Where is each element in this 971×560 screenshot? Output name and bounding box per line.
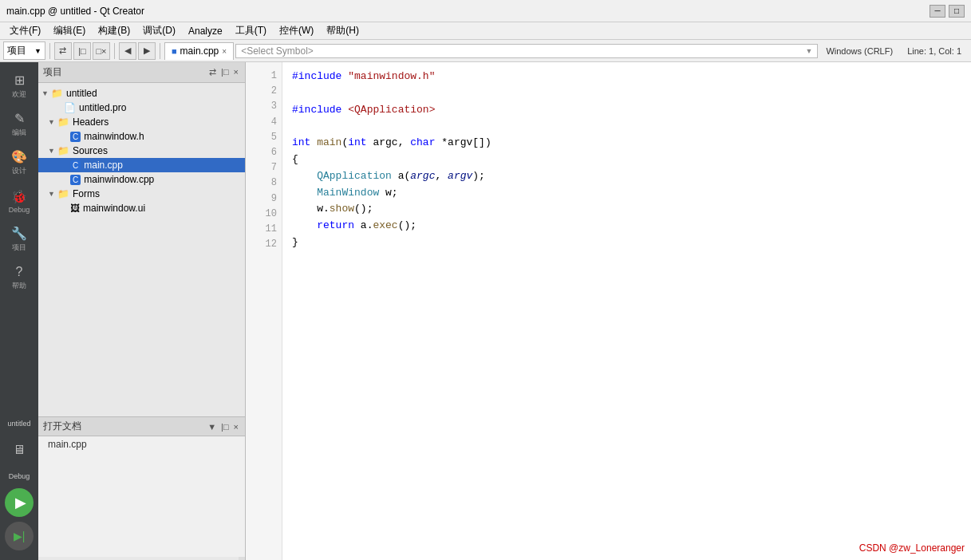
step-button[interactable]: ▶| <box>5 522 34 550</box>
run-button[interactable]: ▶ <box>5 488 34 517</box>
open-doc-item-main-cpp[interactable]: main.cpp <box>38 436 245 452</box>
toolbar-forward-btn[interactable]: ▶ <box>138 42 156 60</box>
left-activity-bar: ⊞ 欢迎 ✎ 编辑 🎨 设计 🐞 Debug 🔧 项目 ? 帮助 <box>0 62 38 560</box>
encoding-label: Windows (CRLF) <box>819 46 899 56</box>
sidebar-icon-edit[interactable]: ✎ 编辑 <box>2 107 37 142</box>
title-bar: main.cpp @ untitled - Qt Creator ─ □ <box>0 0 971 22</box>
menu-tools[interactable]: 工具(T) <box>229 22 273 39</box>
symbol-selector[interactable]: <Select Symbol> ▼ <box>235 44 818 58</box>
watermark: CSDN @zw_Loneranger <box>859 542 965 554</box>
tree-item-main-cpp[interactable]: C main.cpp <box>38 158 245 172</box>
scrollbar-right[interactable] <box>239 557 245 560</box>
panel-btn-close[interactable]: × <box>232 66 240 78</box>
code-editor[interactable]: 1 2 3 4 5 6 7 8 9 10 11 12 #include "mai… <box>246 62 971 560</box>
window-controls: ─ □ <box>930 5 965 18</box>
project-panel-header: 项目 ⇄ |□ × <box>38 62 245 83</box>
maximize-btn[interactable]: □ <box>949 5 965 18</box>
sidebar-icon-project[interactable]: 🔧 项目 <box>2 222 37 257</box>
sidebar-icon-help[interactable]: ? 帮助 <box>2 260 37 295</box>
debug-monitor-icon[interactable]: 🖥 <box>2 432 37 467</box>
menu-build[interactable]: 构建(B) <box>92 22 136 39</box>
open-docs-btn-menu[interactable]: ▼ <box>206 421 218 432</box>
open-docs-btn-close[interactable]: × <box>232 421 240 432</box>
tree-item-untitled-pro[interactable]: 📄 untitled.pro <box>38 101 245 115</box>
tree-item-untitled[interactable]: ▼ 📁 untitled <box>38 86 245 101</box>
toolbar-back-btn[interactable]: ◀ <box>119 42 136 60</box>
debug-project-label: untitled <box>7 420 30 428</box>
toolbar-sep-1 <box>49 43 50 59</box>
symbol-placeholder: <Select Symbol> <box>241 45 314 57</box>
open-docs-header: 打开文档 ▼ |□ × <box>38 417 245 436</box>
content-area: ⊞ 欢迎 ✎ 编辑 🎨 设计 🐞 Debug 🔧 项目 ? 帮助 <box>0 62 971 560</box>
project-tree-upper: 项目 ⇄ |□ × ▼ 📁 untitled <box>38 62 245 416</box>
code-content[interactable]: #include "mainwindow.h" #include <QAppli… <box>282 62 971 560</box>
open-docs-btns: ▼ |□ × <box>206 421 240 432</box>
project-tree: ▼ 📁 untitled 📄 untitled.pro ▼ 📁 H <box>38 83 245 219</box>
app-container: main.cpp @ untitled - Qt Creator ─ □ 文件(… <box>0 0 971 560</box>
open-docs-list: main.cpp <box>38 436 245 557</box>
project-selector[interactable]: 项目 ▼ <box>3 41 45 60</box>
menu-analyze[interactable]: Analyze <box>182 24 229 38</box>
tree-item-forms[interactable]: ▼ 📁 Forms <box>38 187 245 201</box>
tree-item-headers[interactable]: ▼ 📁 Headers <box>38 115 245 129</box>
editor-area: 1 2 3 4 5 6 7 8 9 10 11 12 #include "mai… <box>246 62 971 560</box>
menu-file[interactable]: 文件(F) <box>3 22 47 39</box>
menu-help[interactable]: 帮助(H) <box>320 22 365 39</box>
app-title: main.cpp @ untitled - Qt Creator <box>6 6 144 17</box>
menu-edit[interactable]: 编辑(E) <box>47 22 92 39</box>
sidebar-icon-debug[interactable]: 🐞 Debug <box>2 183 37 219</box>
project-tree-panel: 项目 ⇄ |□ × ▼ 📁 untitled <box>38 62 246 560</box>
sidebar-icon-design[interactable]: 🎨 设计 <box>2 145 37 180</box>
toolbar-sep-2 <box>114 43 115 59</box>
menu-bar: 文件(F) 编辑(E) 构建(B) 调试(D) Analyze 工具(T) 控件… <box>0 22 971 40</box>
tree-item-sources[interactable]: ▼ 📁 Sources <box>38 144 245 158</box>
debug-mode-label: Debug <box>9 472 30 480</box>
file-tab-label: main.cpp <box>180 45 219 57</box>
minimize-btn[interactable]: ─ <box>930 5 945 18</box>
panel-btn-sync[interactable]: ⇄ <box>207 66 218 78</box>
toolbar-close-btn[interactable]: □× <box>93 42 110 60</box>
tree-item-mainwindow-h[interactable]: C mainwindow.h <box>38 129 245 144</box>
position-label: Line: 1, Col: 1 <box>901 46 968 56</box>
open-docs-title: 打开文档 <box>43 420 81 433</box>
file-tab-close[interactable]: × <box>222 47 227 56</box>
panel-btn-split[interactable]: |□ <box>219 66 231 78</box>
open-docs-btn-split[interactable]: |□ <box>219 421 231 432</box>
menu-debug[interactable]: 调试(D) <box>136 22 182 39</box>
toolbar-sync-btn[interactable]: ⇄ <box>54 42 72 60</box>
panel-header-btns: ⇄ |□ × <box>207 66 240 78</box>
panel-title: 项目 <box>43 65 62 79</box>
toolbar: 项目 ▼ ⇄ |□ □× ◀ ▶ ■ main.cpp × <Select Sy… <box>0 40 971 62</box>
file-tab-maincpp[interactable]: ■ main.cpp × <box>164 42 234 60</box>
sidebar-icon-welcome[interactable]: ⊞ 欢迎 <box>2 69 37 104</box>
open-docs-panel: 打开文档 ▼ |□ × main.cpp <box>38 416 245 560</box>
toolbar-sep-3 <box>160 43 160 59</box>
file-tab-icon: ■ <box>172 46 177 56</box>
menu-widgets[interactable]: 控件(W) <box>273 22 320 39</box>
tree-item-mainwindow-cpp[interactable]: C mainwindow.cpp <box>38 172 245 187</box>
toolbar-split-btn[interactable]: |□ <box>73 42 91 60</box>
tree-item-mainwindow-ui[interactable]: 🖼 mainwindow.ui <box>38 201 245 215</box>
line-numbers: 1 2 3 4 5 6 7 8 9 10 11 12 <box>246 62 282 560</box>
